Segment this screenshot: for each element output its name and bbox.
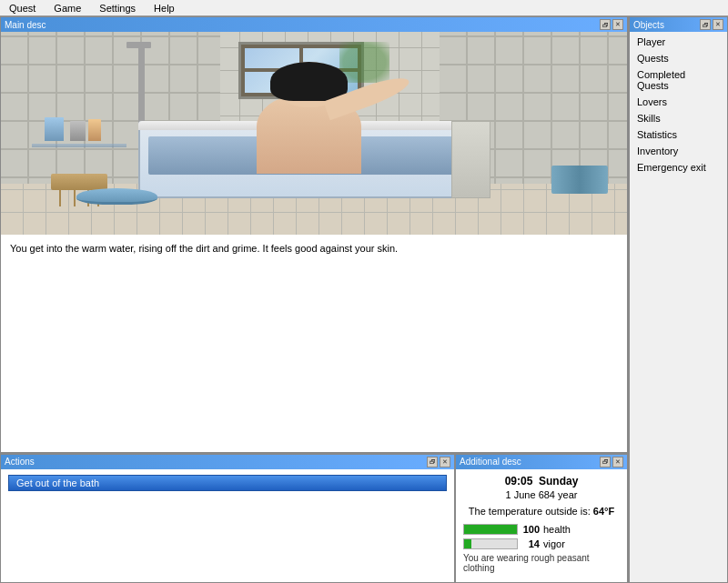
objects-titlebar: Objects 🗗 ✕: [630, 17, 727, 32]
stool-leg-2: [74, 190, 76, 206]
temp-value: 64°F: [593, 506, 614, 517]
actions-titlebar-controls: 🗗 ✕: [427, 457, 450, 467]
vigor-bar-bg: [463, 538, 518, 549]
time-display: 09:05 Sunday: [463, 475, 620, 488]
objects-panel: Objects 🗗 ✕ Player Quests Completed Ques…: [629, 16, 728, 583]
vigor-stat-row: 14 vigor: [463, 538, 620, 549]
restore-button[interactable]: 🗗: [600, 19, 611, 30]
add-desc-restore-btn[interactable]: 🗗: [600, 457, 611, 467]
add-desc-close-btn[interactable]: ✕: [612, 457, 623, 467]
char-hair: [270, 62, 348, 101]
health-bar-fill: [464, 525, 517, 534]
actions-close-btn[interactable]: ✕: [440, 457, 450, 467]
actions-content: Get out of the bath: [1, 469, 454, 582]
additional-desc-panel: Additional desc 🗗 ✕ 09:05 Sunday 1 June …: [455, 454, 628, 583]
objects-title: Objects: [633, 20, 664, 30]
object-item-lovers[interactable]: Lovers: [630, 94, 727, 110]
stool: [51, 174, 107, 190]
object-item-emergency-exit[interactable]: Emergency exit: [630, 159, 727, 176]
menubar: Quest Game Settings Help: [0, 0, 728, 16]
objects-close-btn[interactable]: ✕: [713, 19, 723, 30]
wearing-text: You are wearing rough peasant clothing: [463, 553, 620, 573]
objects-controls: 🗗 ✕: [700, 19, 723, 30]
menu-help[interactable]: Help: [148, 2, 180, 15]
health-stat-row: 100 health: [463, 524, 620, 535]
get-out-of-bath-button[interactable]: Get out of the bath: [8, 475, 447, 491]
menu-settings[interactable]: Settings: [94, 2, 141, 15]
basin: [76, 188, 157, 205]
shelf: [32, 144, 126, 147]
actions-title: Actions: [5, 457, 35, 467]
stool-leg-1: [59, 190, 61, 206]
object-item-player[interactable]: Player: [630, 34, 727, 50]
shower-head: [126, 42, 152, 48]
additional-content: 09:05 Sunday 1 June 684 year The tempera…: [456, 469, 627, 582]
character: [238, 62, 414, 174]
add-desc-controls: 🗗 ✕: [600, 457, 623, 467]
game-scene-area: [1, 32, 627, 235]
bottle-2: [70, 121, 86, 141]
day-value: Sunday: [539, 475, 578, 488]
health-value: 100: [521, 524, 540, 535]
health-label: health: [543, 524, 571, 535]
close-button[interactable]: ✕: [612, 19, 623, 30]
health-bar-bg: [463, 524, 518, 535]
objects-restore-btn[interactable]: 🗗: [700, 19, 711, 30]
object-item-quests[interactable]: Quests: [630, 50, 727, 66]
towel: [551, 166, 608, 194]
bottle-1: [45, 117, 64, 142]
vigor-value: 14: [521, 538, 540, 549]
actions-restore-btn[interactable]: 🗗: [427, 457, 438, 467]
menu-quest[interactable]: Quest: [4, 2, 41, 15]
main-desc-titlebar: Main desc 🗗 ✕: [1, 17, 627, 32]
additional-desc-titlebar: Additional desc 🗗 ✕: [456, 455, 627, 469]
object-item-inventory[interactable]: Inventory: [630, 143, 727, 159]
scene-description-text: You get into the warm water, rising off …: [1, 235, 627, 452]
objects-list: Player Quests Completed Quests Lovers Sk…: [630, 32, 727, 177]
temp-label: The temperature outside is:: [469, 506, 591, 517]
left-panel: Main desc 🗗 ✕: [0, 16, 628, 583]
temperature-display: The temperature outside is: 64°F: [463, 506, 620, 517]
menu-game[interactable]: Game: [48, 2, 86, 15]
main-desc-title: Main desc: [5, 20, 46, 30]
date-display: 1 June 684 year: [463, 489, 620, 500]
object-item-skills[interactable]: Skills: [630, 110, 727, 126]
object-item-completed-quests[interactable]: Completed Quests: [630, 66, 727, 94]
bottom-row: Actions 🗗 ✕ Get out of the bath Addition…: [0, 454, 628, 583]
vigor-label: vigor: [543, 538, 565, 549]
time-value: 09:05: [505, 475, 533, 488]
main-layout: Main desc 🗗 ✕: [0, 16, 728, 583]
game-scene: [1, 32, 627, 235]
bottle-3: [88, 119, 101, 142]
bathtub-platform: [451, 121, 490, 198]
actions-panel: Actions 🗗 ✕ Get out of the bath: [0, 454, 455, 583]
object-item-statistics[interactable]: Statistics: [630, 126, 727, 143]
titlebar-controls: 🗗 ✕: [600, 19, 623, 30]
actions-titlebar: Actions 🗗 ✕: [1, 455, 454, 469]
main-desc-panel: Main desc 🗗 ✕: [0, 16, 628, 453]
vigor-bar-fill: [464, 539, 471, 548]
additional-desc-title: Additional desc: [460, 457, 521, 467]
right-panel: Objects 🗗 ✕ Player Quests Completed Ques…: [628, 16, 728, 583]
